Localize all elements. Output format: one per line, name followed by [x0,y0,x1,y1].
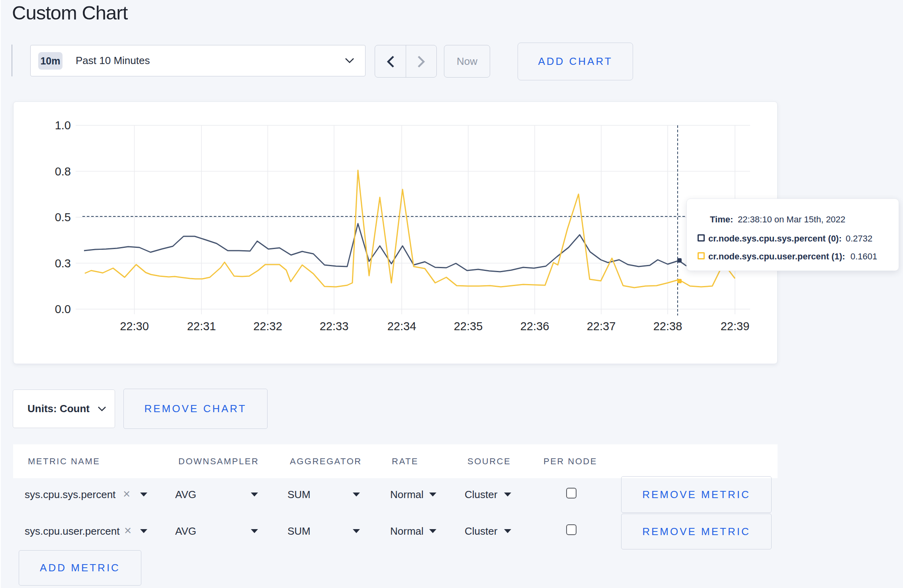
svg-text:22:36: 22:36 [520,320,549,333]
svg-text:22:35: 22:35 [454,320,483,333]
svg-text:1.0: 1.0 [55,119,71,132]
svg-text:22:34: 22:34 [387,320,416,333]
svg-text:0.3: 0.3 [55,257,71,270]
svg-text:22:31: 22:31 [187,320,216,333]
svg-text:22:37: 22:37 [587,320,616,333]
svg-text:22:33: 22:33 [320,320,349,333]
svg-text:22:30: 22:30 [120,320,149,333]
svg-text:22:39: 22:39 [721,320,750,333]
svg-text:0.8: 0.8 [55,165,71,178]
svg-text:0.0: 0.0 [55,303,71,315]
svg-text:0.5: 0.5 [55,211,71,224]
svg-text:22:38: 22:38 [653,320,682,333]
svg-text:22:32: 22:32 [253,320,282,333]
